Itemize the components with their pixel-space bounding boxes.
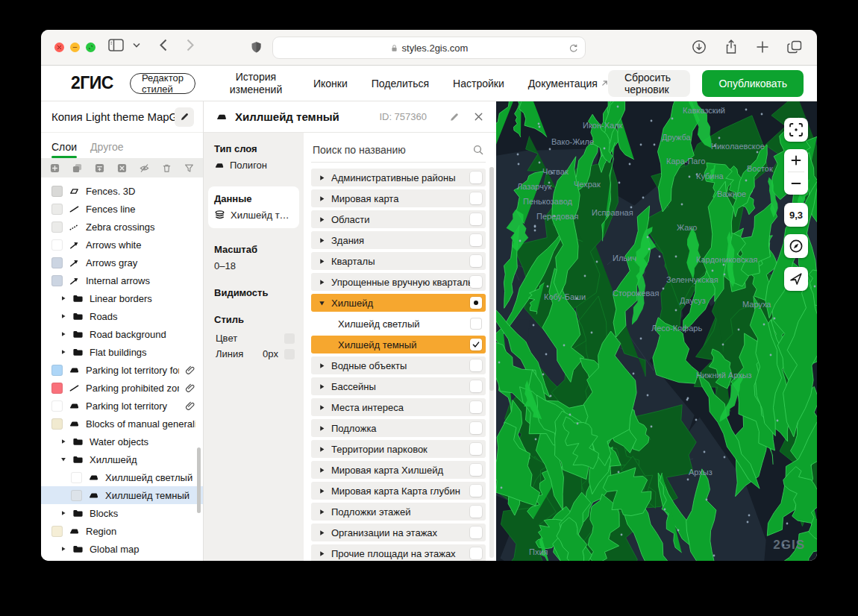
checkbox-unchecked[interactable] [470, 485, 482, 497]
expand-icon[interactable] [319, 237, 325, 244]
expand-icon[interactable] [319, 383, 325, 390]
layer-color-swatch[interactable] [51, 204, 63, 215]
layer-group-row[interactable]: Blocks [41, 504, 203, 522]
remove-group-icon[interactable] [117, 163, 127, 173]
layer-row[interactable]: Parking lot territory [41, 397, 203, 415]
expand-icon[interactable] [60, 295, 66, 301]
scale-section[interactable]: Масштаб 0–18 [204, 244, 304, 271]
layer-row[interactable]: Parking prohibited zone [41, 379, 203, 397]
checkbox-unchecked[interactable] [470, 380, 482, 392]
expand-icon[interactable] [60, 331, 66, 337]
layer-row[interactable]: Parking lot territory for a l [41, 361, 203, 379]
share-icon[interactable] [724, 40, 738, 54]
layer-row[interactable]: Arrows gray [41, 254, 203, 271]
rename-style-button[interactable] [175, 107, 194, 127]
sidebar-toggle-icon[interactable] [108, 39, 124, 51]
expand-icon[interactable] [319, 404, 325, 411]
expand-icon[interactable] [319, 529, 325, 536]
collapse-icon[interactable] [319, 300, 325, 307]
panel-scrollbar-thumb[interactable] [489, 167, 494, 391]
sidebar-scrollbar[interactable] [197, 447, 201, 513]
layer-color-swatch[interactable] [51, 526, 63, 537]
zoom-in-button[interactable] [784, 149, 808, 172]
group-icon[interactable] [95, 163, 104, 173]
layer-color-swatch[interactable] [51, 400, 63, 412]
expand-icon[interactable] [319, 175, 325, 181]
checkbox-unchecked[interactable] [470, 255, 482, 267]
nav-item-1[interactable]: История изменений [222, 71, 289, 95]
data-group-row[interactable]: Мировая карта Хилшейд [311, 461, 486, 479]
data-group-row[interactable]: Хилшейд светлый [311, 315, 486, 333]
layer-color-swatch[interactable] [71, 472, 82, 483]
zoom-level-indicator[interactable]: 9,3 [784, 203, 808, 227]
data-group-row[interactable]: Мировая карта Карта глубин [311, 482, 486, 500]
locate-me-button[interactable] [784, 267, 808, 291]
expand-icon[interactable] [319, 467, 325, 474]
new-tab-icon[interactable] [756, 40, 769, 54]
data-group-row[interactable]: Кварталы [311, 252, 486, 270]
expand-icon[interactable] [60, 439, 66, 444]
expand-icon[interactable] [319, 216, 325, 223]
checkbox-unchecked[interactable] [470, 527, 482, 538]
visibility-section[interactable]: Видимость [204, 287, 304, 298]
filter-icon[interactable] [184, 163, 194, 173]
layer-row[interactable]: Zebra crossings [41, 218, 203, 236]
data-group-row[interactable]: Здания [311, 231, 486, 249]
line-color-swatch[interactable] [284, 349, 295, 359]
layer-color-swatch[interactable] [71, 490, 82, 501]
checkbox-unchecked[interactable] [470, 192, 482, 204]
expand-icon[interactable] [319, 279, 325, 286]
style-editor-badge[interactable]: Редактор стилей [130, 73, 195, 94]
data-group-row[interactable]: Территории парковок [311, 440, 486, 458]
expand-icon[interactable] [60, 313, 66, 319]
layer-row[interactable]: Fences line [41, 200, 203, 218]
checkbox-unchecked[interactable] [470, 443, 482, 455]
layer-color-swatch[interactable] [51, 239, 63, 251]
checkbox-partial[interactable] [470, 297, 482, 309]
privacy-shield-icon[interactable] [250, 40, 263, 54]
data-group-row[interactable]: Подложки этажей [311, 503, 486, 521]
checkbox-unchecked[interactable] [470, 213, 482, 225]
add-icon[interactable] [50, 163, 60, 173]
downloads-icon[interactable] [692, 40, 707, 54]
color-style-row[interactable]: Цвет [214, 330, 295, 346]
layer-row[interactable]: Хиллшейд темный [41, 486, 203, 504]
expand-icon[interactable] [60, 349, 66, 355]
sidebar-tab-other[interactable]: Другое [90, 141, 123, 158]
layer-color-swatch[interactable] [51, 383, 63, 394]
reload-icon[interactable] [569, 43, 578, 53]
fullscreen-button[interactable] [784, 118, 808, 142]
checkbox-unchecked[interactable] [470, 359, 482, 371]
nav-item-4[interactable]: Настройки [453, 78, 504, 89]
sidebar-tab-active[interactable]: Слои [51, 141, 77, 158]
expand-icon[interactable] [60, 546, 66, 552]
layer-color-swatch[interactable] [51, 418, 63, 430]
edit-layer-name-button[interactable] [449, 112, 460, 122]
layer-row[interactable]: Хиллшейд светлый [41, 468, 203, 486]
forward-button[interactable] [187, 39, 194, 51]
back-button[interactable] [160, 39, 167, 51]
data-group-row[interactable]: Административные районы [311, 169, 486, 186]
collapse-icon[interactable] [60, 456, 66, 462]
tab-overview-icon[interactable] [787, 40, 802, 54]
data-group-row[interactable]: Бассейны [311, 377, 486, 395]
layer-group-row[interactable]: Linear borders [41, 289, 203, 307]
data-group-row[interactable]: Мировая карта [311, 189, 486, 207]
compass-button[interactable] [784, 234, 808, 258]
layer-group-row[interactable]: Global map [41, 540, 203, 558]
checkbox-checked[interactable] [470, 339, 482, 351]
checkbox-unchecked[interactable] [470, 464, 482, 476]
data-group-row[interactable]: Подложка [311, 419, 486, 437]
close-window-button[interactable] [54, 43, 64, 52]
checkbox-unchecked[interactable] [470, 234, 482, 246]
layer-group-row[interactable]: Flat buildings [41, 343, 203, 361]
layer-type-section[interactable]: Тип слоя Полигон [204, 143, 304, 171]
layer-group-row[interactable]: Water objects [41, 433, 203, 450]
expand-icon[interactable] [319, 488, 325, 494]
expand-icon[interactable] [319, 195, 325, 202]
layer-row[interactable]: Blocks of manual generalizati [41, 415, 203, 433]
publish-button[interactable]: Опубликовать [702, 70, 804, 97]
chevron-down-icon[interactable] [133, 43, 140, 48]
layer-group-row[interactable]: Roads [41, 307, 203, 325]
expand-icon[interactable] [319, 425, 325, 432]
